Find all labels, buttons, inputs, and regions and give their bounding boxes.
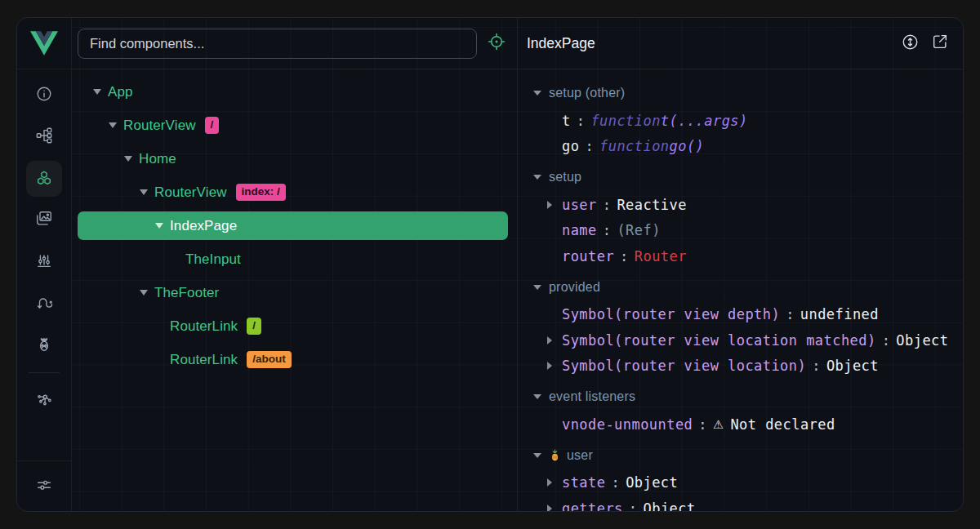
- route-badge: index: /: [236, 184, 286, 201]
- component-name: RouterView: [123, 118, 196, 134]
- tree-row-routerview-index[interactable]: RouterView index: /: [72, 176, 517, 209]
- section-setup: setup user : Reactive name : (Ref) route…: [518, 162, 963, 269]
- inspector-header: IndexPage: [518, 18, 963, 69]
- collapse-caret-icon[interactable]: [139, 189, 149, 195]
- route-badge: /: [205, 117, 220, 134]
- sidebar-item-component-tree[interactable]: [17, 116, 71, 158]
- state-value: Reactive: [617, 197, 686, 213]
- function-signature: go(): [670, 138, 705, 154]
- state-key: getters: [562, 500, 623, 511]
- sidebar-nav: [17, 69, 71, 421]
- open-in-editor-button[interactable]: [930, 33, 950, 53]
- sidebar-item-info[interactable]: [17, 74, 71, 116]
- state-entry[interactable]: getters : Object: [518, 496, 963, 511]
- sidebar-item-assets[interactable]: [17, 199, 71, 241]
- collapse-caret-icon[interactable]: [139, 290, 149, 296]
- section-provided: provided Symbol(router view depth) : und…: [518, 273, 963, 380]
- function-signature: t(...args): [661, 113, 748, 129]
- state-entry[interactable]: Symbol(router view location matched) : O…: [518, 327, 963, 353]
- expand-caret-icon[interactable]: [547, 201, 562, 209]
- collapse-caret-icon[interactable]: [123, 156, 133, 162]
- state-value: undefined: [800, 306, 879, 322]
- expand-caret-icon[interactable]: [547, 505, 562, 511]
- state-entry[interactable]: user : Reactive: [518, 192, 963, 218]
- section-event-listeners: event listeners vnode-unmounted : ⚠ Not …: [518, 382, 963, 438]
- tree-row-indexpage-selected[interactable]: IndexPage: [78, 211, 508, 240]
- state-entry[interactable]: router : Router: [518, 243, 963, 269]
- state-key: vnode-unmounted: [562, 416, 693, 433]
- section-label: provided: [549, 280, 600, 295]
- state-key: Symbol(router view location matched): [562, 332, 876, 349]
- component-tree: App RouterView / Home RouterView index: …: [72, 69, 517, 511]
- function-keyword: function: [599, 138, 669, 154]
- graph-icon: [35, 390, 53, 411]
- state-key: Symbol(router view location): [562, 358, 806, 374]
- state-value: (Ref): [617, 222, 660, 238]
- devtools-window: App RouterView / Home RouterView index: …: [16, 17, 964, 512]
- state-key: t: [562, 113, 571, 129]
- state-entry[interactable]: name : (Ref): [518, 218, 963, 244]
- assets-icon: [35, 210, 53, 231]
- state-key: go: [562, 138, 579, 154]
- tree-row-routerview[interactable]: RouterView /: [72, 109, 517, 142]
- vue-logo[interactable]: [17, 18, 71, 69]
- tree-row-theinput[interactable]: TheInput: [72, 242, 517, 276]
- sidebar-item-graph[interactable]: [17, 380, 71, 421]
- component-name: Home: [139, 151, 176, 167]
- search-input[interactable]: [78, 29, 477, 59]
- tree-row-routerlink-about[interactable]: RouterLink /about: [72, 343, 517, 376]
- sidebar-item-router[interactable]: [17, 282, 71, 324]
- section-label: user: [567, 448, 593, 463]
- tree-row-app[interactable]: App: [72, 75, 517, 109]
- collapse-caret-icon[interactable]: [108, 122, 118, 128]
- tree-row-thefooter[interactable]: TheFooter: [72, 276, 517, 309]
- components-icon: [26, 161, 62, 197]
- expand-caret-icon[interactable]: [547, 478, 562, 487]
- collapse-caret-icon[interactable]: [92, 89, 102, 95]
- sidebar-item-settings[interactable]: [17, 460, 71, 511]
- router-icon: [35, 293, 53, 314]
- pinia-store-icon: [549, 448, 561, 462]
- state-entry[interactable]: state : Object: [518, 470, 963, 496]
- components-panel: App RouterView / Home RouterView index: …: [72, 18, 518, 511]
- pick-component-button[interactable]: [486, 33, 507, 54]
- inspector-title: IndexPage: [527, 35, 595, 52]
- scroll-to-component-button[interactable]: [900, 33, 920, 53]
- sidebar: [17, 18, 72, 511]
- state-value: Object: [643, 500, 695, 511]
- sidebar-item-components[interactable]: [17, 158, 71, 199]
- state-entry[interactable]: vnode-unmounted : ⚠ Not declared: [518, 411, 963, 438]
- section-header[interactable]: provided: [518, 273, 963, 302]
- sidebar-item-pinia[interactable]: [17, 324, 71, 366]
- crosshair-icon: [487, 32, 506, 55]
- expand-caret-icon[interactable]: [547, 362, 562, 370]
- state-entry[interactable]: t : function t(...args): [518, 108, 963, 134]
- sidebar-item-timeline[interactable]: [17, 241, 71, 282]
- component-name: App: [108, 84, 133, 100]
- search-bar: [72, 18, 517, 69]
- section-header[interactable]: setup: [518, 162, 963, 192]
- state-key: user: [562, 197, 597, 213]
- route-badge: /: [247, 318, 261, 335]
- state-entry[interactable]: go : function go(): [518, 134, 963, 160]
- state-value: Object: [626, 474, 678, 491]
- state-entry[interactable]: Symbol(router view location) : Object: [518, 353, 963, 380]
- section-label: setup: [549, 170, 581, 184]
- section-header[interactable]: setup (other): [518, 78, 963, 108]
- section-header[interactable]: event listeners: [518, 382, 963, 411]
- sidebar-divider: [29, 372, 60, 373]
- collapse-caret-icon: [532, 453, 541, 458]
- state-entry[interactable]: Symbol(router view depth) : undefined: [518, 302, 963, 328]
- component-name: RouterView: [154, 184, 227, 201]
- section-header[interactable]: user: [518, 441, 963, 470]
- open-in-editor-icon: [931, 33, 949, 54]
- tree-row-home[interactable]: Home: [72, 142, 517, 176]
- tree-row-routerlink-home[interactable]: RouterLink /: [72, 309, 517, 343]
- function-keyword: function: [590, 113, 660, 129]
- state-inspector: setup (other) t : function t(...args) go…: [518, 69, 963, 511]
- inspector-actions: [900, 33, 950, 53]
- expand-caret-icon[interactable]: [547, 336, 562, 345]
- collapse-caret-icon: [532, 175, 541, 180]
- collapse-caret-icon[interactable]: [154, 223, 164, 229]
- state-value: Object: [826, 358, 879, 374]
